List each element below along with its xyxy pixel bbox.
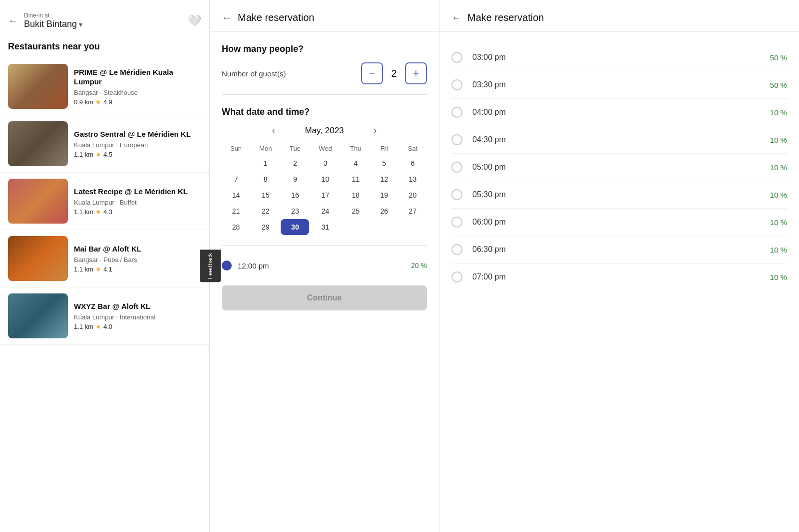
right-time-radio[interactable] (451, 79, 462, 90)
calendar-day (399, 219, 427, 235)
restaurant-item[interactable]: WXYZ Bar @ Aloft KL Kuala Lumpur · Inter… (0, 287, 209, 345)
calendar-day[interactable]: 3 (309, 155, 341, 171)
restaurant-info: Latest Recipe @ Le Méridien KL Kuala Lum… (74, 187, 201, 216)
calendar-day[interactable]: 21 (222, 203, 250, 219)
right-time-item[interactable]: 05:30 pm 10 % (451, 181, 787, 209)
restaurant-distance: 0.9 km (74, 98, 93, 106)
calendar-day[interactable]: 16 (281, 187, 309, 203)
calendar-day[interactable]: 14 (222, 187, 250, 203)
calendar-day[interactable]: 12 (370, 171, 399, 187)
right-time-list: 03:00 pm 50 % 03:30 pm 50 % 04:00 pm 10 … (451, 44, 787, 290)
location-header: ← Dine-in at Bukit Bintang ▾ 🤍 (0, 8, 209, 37)
calendar-day[interactable]: 30 (281, 219, 309, 235)
restaurant-image (8, 64, 68, 109)
calendar-day[interactable]: 5 (370, 155, 399, 171)
calendar-day[interactable]: 31 (309, 219, 341, 235)
calendar-day[interactable]: 2 (281, 155, 309, 171)
time-options: 12:00 pm 20 % (222, 256, 427, 275)
right-time-item[interactable]: 04:00 pm 10 % (451, 99, 787, 126)
restaurant-list: PRIME @ Le Méridien Kuala Lumpur Bangsar… (0, 58, 209, 345)
dropdown-arrow-icon[interactable]: ▾ (79, 20, 82, 28)
right-time-item[interactable]: 07:00 pm 10 % (451, 264, 787, 290)
restaurant-name: PRIME @ Le Méridien Kuala Lumpur (74, 67, 201, 87)
middle-back-button[interactable]: ← (222, 12, 232, 23)
restaurant-name: WXYZ Bar @ Aloft KL (74, 301, 201, 311)
right-time-radio[interactable] (451, 244, 462, 255)
calendar-day[interactable]: 11 (342, 171, 370, 187)
calendar-day[interactable]: 19 (370, 187, 399, 203)
increase-guests-button[interactable]: + (405, 62, 427, 84)
restaurant-score: 4.3 (103, 208, 112, 216)
date-label: What date and time? (222, 107, 427, 117)
right-time-radio[interactable] (451, 217, 462, 228)
calendar-day[interactable]: 24 (309, 203, 341, 219)
right-time-discount: 10 % (770, 136, 787, 144)
star-icon: ★ (95, 98, 101, 106)
right-time-item[interactable]: 03:00 pm 50 % (451, 44, 787, 71)
left-panel: ← Dine-in at Bukit Bintang ▾ 🤍 Restauran… (0, 0, 210, 532)
calendar-day[interactable]: 8 (250, 171, 281, 187)
restaurant-item[interactable]: Latest Recipe @ Le Méridien KL Kuala Lum… (0, 173, 209, 230)
right-time-radio[interactable] (451, 271, 462, 282)
decrease-guests-button[interactable]: − (361, 62, 383, 84)
calendar-day[interactable]: 23 (281, 203, 309, 219)
restaurant-item[interactable]: PRIME @ Le Méridien Kuala Lumpur Bangsar… (0, 58, 209, 115)
calendar-day[interactable]: 15 (250, 187, 281, 203)
prev-month-button[interactable]: ‹ (272, 125, 275, 136)
right-time-radio[interactable] (451, 52, 462, 63)
calendar-day[interactable]: 25 (342, 203, 370, 219)
right-time-discount: 10 % (770, 108, 787, 117)
time-text: 12:00 pm (238, 262, 405, 270)
restaurant-score: 4.9 (103, 98, 112, 106)
restaurant-distance: 1.1 km (74, 208, 93, 216)
right-time-item[interactable]: 04:30 pm 10 % (451, 126, 787, 154)
calendar-day[interactable]: 27 (399, 203, 427, 219)
right-time-item[interactable]: 06:00 pm 10 % (451, 209, 787, 236)
calendar-day[interactable]: 10 (309, 171, 341, 187)
calendar-day[interactable]: 6 (399, 155, 427, 171)
calendar-day[interactable]: 18 (342, 187, 370, 203)
calendar-day[interactable]: 7 (222, 171, 250, 187)
right-time-radio[interactable] (451, 162, 462, 173)
right-time-text: 04:30 pm (472, 135, 770, 144)
right-time-item[interactable]: 03:30 pm 50 % (451, 71, 787, 99)
calendar-day[interactable]: 29 (250, 219, 281, 235)
favorite-button[interactable]: 🤍 (188, 14, 201, 27)
restaurant-rating: 1.1 km ★ 4.3 (74, 208, 201, 216)
star-icon: ★ (95, 266, 101, 273)
restaurant-item[interactable]: Mai Bar @ Aloft KL Bangsar · Pubs / Bars… (0, 230, 209, 287)
feedback-tab[interactable]: Feedback (200, 250, 221, 282)
star-icon: ★ (95, 208, 101, 216)
right-back-button[interactable]: ← (451, 12, 461, 23)
restaurant-item[interactable]: Gastro Sentral @ Le Méridien KL Kuala Lu… (0, 115, 209, 173)
location-title: Bukit Bintang ▾ (24, 19, 182, 29)
calendar-day[interactable]: 28 (222, 219, 250, 235)
weekday-header: Sat (399, 142, 427, 155)
right-time-radio[interactable] (451, 107, 462, 118)
guest-field-label: Number of guest(s) (222, 69, 286, 78)
time-option[interactable]: 12:00 pm 20 % (222, 256, 427, 275)
right-time-radio[interactable] (451, 189, 462, 200)
restaurant-score: 4.0 (103, 323, 112, 330)
restaurant-name: Mai Bar @ Aloft KL (74, 244, 201, 254)
calendar-day[interactable]: 20 (399, 187, 427, 203)
calendar-day[interactable]: 26 (370, 203, 399, 219)
continue-button[interactable]: Continue (222, 285, 427, 310)
calendar-day[interactable]: 1 (250, 155, 281, 171)
right-time-radio[interactable] (451, 134, 462, 145)
calendar-day[interactable]: 4 (342, 155, 370, 171)
calendar-day[interactable]: 9 (281, 171, 309, 187)
back-button[interactable]: ← (8, 15, 18, 26)
guest-count: 2 (389, 68, 399, 79)
location-info: Dine-in at Bukit Bintang ▾ (24, 12, 182, 29)
restaurant-name: Latest Recipe @ Le Méridien KL (74, 187, 201, 197)
calendar-day[interactable]: 22 (250, 203, 281, 219)
time-radio[interactable] (222, 261, 232, 270)
right-time-item[interactable]: 06:30 pm 10 % (451, 236, 787, 264)
next-month-button[interactable]: › (374, 125, 377, 136)
calendar-day[interactable]: 17 (309, 187, 341, 203)
right-time-item[interactable]: 05:00 pm 10 % (451, 154, 787, 181)
right-title: Make reservation (467, 12, 544, 23)
weekday-header: Thu (342, 142, 370, 155)
calendar-day[interactable]: 13 (399, 171, 427, 187)
